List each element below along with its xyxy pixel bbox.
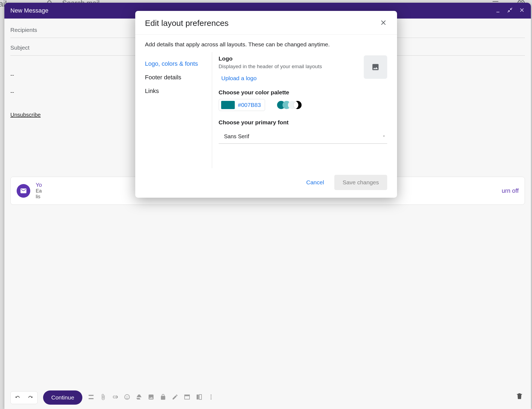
close-icon[interactable] <box>380 19 387 28</box>
color-picker[interactable]: #007B83 <box>219 99 265 111</box>
dialog-overlay: Edit layout preferences Add details that… <box>0 0 532 409</box>
dialog-subtitle: Add details that apply across all layout… <box>135 35 397 50</box>
color-swatch <box>221 101 235 109</box>
logo-heading: Logo <box>219 55 358 62</box>
tab-logo-colors-fonts[interactable]: Logo, colors & fonts <box>145 57 212 71</box>
logo-description: Displayed in the header of your email la… <box>219 64 358 70</box>
layout-preferences-dialog: Edit layout preferences Add details that… <box>135 11 397 198</box>
font-heading: Choose your primary font <box>219 119 387 126</box>
palette-preview <box>277 101 302 109</box>
logo-placeholder[interactable] <box>364 55 387 79</box>
dialog-tabs: Logo, colors & fonts Footer details Link… <box>145 52 212 168</box>
cancel-button[interactable]: Cancel <box>303 175 327 190</box>
dialog-title: Edit layout preferences <box>145 19 229 28</box>
palette-dark <box>293 101 302 109</box>
chevron-down-icon <box>382 133 386 140</box>
image-icon <box>371 63 380 71</box>
palette-heading: Choose your color palette <box>219 89 387 96</box>
save-changes-button[interactable]: Save changes <box>334 175 387 190</box>
tab-links[interactable]: Links <box>145 84 212 98</box>
color-hex-value: #007B83 <box>238 102 261 108</box>
font-dropdown[interactable]: Sans Serif <box>219 130 387 144</box>
upload-logo-link[interactable]: Upload a logo <box>219 75 358 82</box>
tab-footer-details[interactable]: Footer details <box>145 71 212 84</box>
font-selected-value: Sans Serif <box>224 133 249 140</box>
